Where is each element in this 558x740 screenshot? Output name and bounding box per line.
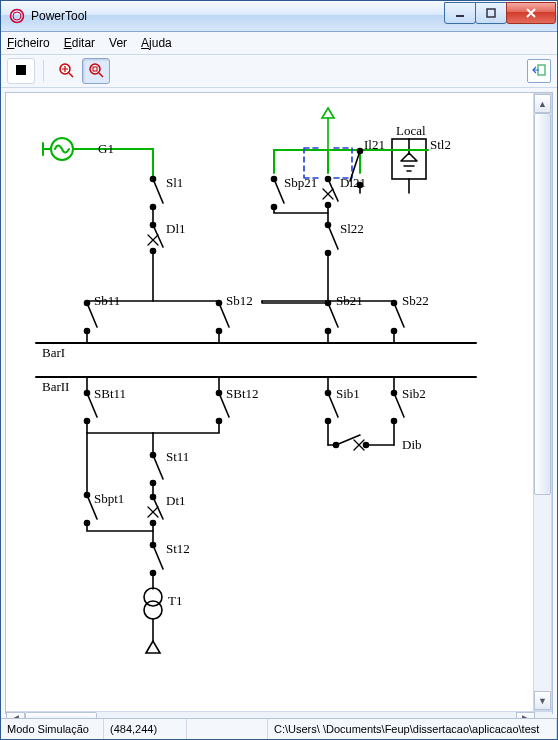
label-dl1: Dl1	[166, 221, 186, 237]
svg-point-0	[11, 10, 24, 23]
label-g1: G1	[98, 141, 114, 157]
label-dt1: Dt1	[166, 493, 186, 509]
label-sbt12: SBt12	[226, 386, 259, 402]
label-local: Local	[396, 123, 426, 139]
label-sl1: Sl1	[166, 175, 183, 191]
maximize-button[interactable]	[475, 2, 507, 24]
vscroll-track[interactable]	[534, 495, 551, 691]
canvas-frame: G1 Sl1 Dl1 Sb11 Sb12 Sb21 Sb22 BarI BarI…	[5, 92, 553, 714]
titlebar: PowerTool	[1, 1, 557, 32]
status-bar: Modo Simulação (484,244) C:\Users\ \Docu…	[1, 718, 557, 739]
label-barii: BarII	[42, 379, 69, 395]
label-st11: St11	[166, 449, 189, 465]
diagram-canvas[interactable]: G1 Sl1 Dl1 Sb11 Sb12 Sb21 Sb22 BarI BarI…	[6, 93, 533, 711]
stop-icon	[14, 63, 28, 80]
status-gap	[187, 719, 268, 739]
label-il21: Il21	[364, 137, 385, 153]
status-path: C:\Users\ \Documents\Feup\dissertacao\ap…	[268, 719, 557, 739]
svg-rect-2	[487, 9, 495, 17]
zoom-fit-button[interactable]	[82, 58, 110, 84]
zoom-fit-icon	[88, 62, 104, 81]
label-sbpt1: Sbpt1	[94, 491, 124, 507]
work-area: G1 Sl1 Dl1 Sb11 Sb12 Sb21 Sb22 BarI BarI…	[1, 88, 557, 718]
label-t1: T1	[168, 593, 182, 609]
label-sb12: Sb12	[226, 293, 253, 309]
label-stl2: Stl2	[430, 137, 451, 153]
label-sib1: Sib1	[336, 386, 360, 402]
svg-rect-3	[16, 65, 26, 75]
app-window: PowerTool Ficheiro Editar Ver Ajuda	[0, 0, 558, 740]
close-button[interactable]	[506, 2, 556, 24]
dock-panel-button[interactable]	[527, 59, 551, 83]
vertical-scrollbar[interactable]: ▲ ▼	[533, 93, 552, 711]
label-sl22: Sl22	[340, 221, 364, 237]
label-sb11: Sb11	[94, 293, 120, 309]
svg-point-5	[90, 64, 100, 74]
toolbar-separator	[43, 60, 44, 82]
menu-edit[interactable]: Editar	[64, 36, 95, 50]
scroll-up-button[interactable]: ▲	[534, 94, 551, 113]
dock-panel-icon	[532, 63, 546, 80]
label-sib2: Sib2	[402, 386, 426, 402]
menu-help[interactable]: Ajuda	[141, 36, 172, 50]
status-coords: (484,244)	[104, 719, 187, 739]
label-dib: Dib	[402, 437, 422, 453]
svg-point-43	[144, 601, 162, 619]
label-dl21: Dl21	[340, 175, 366, 191]
minimize-button[interactable]	[444, 2, 476, 24]
horizontal-scrollbar[interactable]: ◀ ▶	[6, 711, 552, 718]
zoom-in-button[interactable]	[52, 58, 80, 84]
label-sbp21: Sbp21	[284, 175, 317, 191]
zoom-in-icon	[58, 62, 74, 81]
vscroll-thumb[interactable]	[534, 113, 551, 495]
window-title: PowerTool	[31, 9, 445, 23]
scroll-down-button[interactable]: ▼	[534, 691, 551, 710]
svg-rect-7	[538, 65, 545, 75]
label-bari: BarI	[42, 345, 65, 361]
status-mode: Modo Simulação	[1, 719, 104, 739]
label-sb22: Sb22	[402, 293, 429, 309]
label-sb21: Sb21	[336, 293, 363, 309]
toolbar	[1, 55, 557, 88]
svg-rect-1	[456, 15, 464, 17]
svg-rect-6	[93, 67, 97, 71]
app-icon	[9, 8, 25, 24]
menu-bar: Ficheiro Editar Ver Ajuda	[1, 32, 557, 55]
stop-button[interactable]	[7, 58, 35, 84]
schematic	[6, 93, 526, 708]
menu-view[interactable]: Ver	[109, 36, 127, 50]
label-sbt11: SBt11	[94, 386, 126, 402]
label-st12: St12	[166, 541, 190, 557]
window-controls	[445, 1, 557, 32]
menu-file[interactable]: Ficheiro	[7, 36, 50, 50]
